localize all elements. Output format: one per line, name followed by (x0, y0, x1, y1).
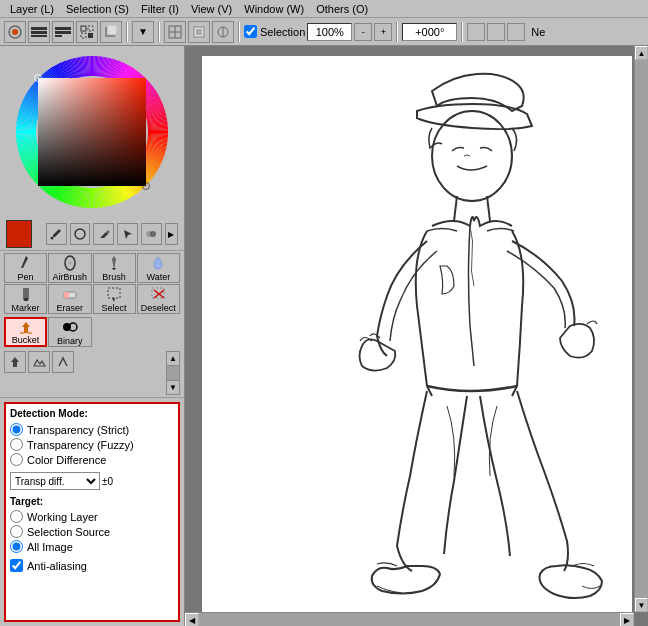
transp-pm: ±0 (102, 476, 113, 487)
detection-option-3[interactable]: Color Difference (10, 453, 174, 466)
view-btn-3[interactable] (212, 21, 234, 43)
toolbar: ▼ Selection - + Ne (0, 18, 648, 46)
tool-select[interactable]: Select (93, 284, 136, 314)
svg-rect-3 (31, 31, 47, 34)
toolbar-right-btn-2[interactable] (487, 23, 505, 41)
vertical-scrollbar[interactable]: ▲ ▼ (634, 46, 648, 612)
svg-rect-18 (196, 29, 202, 35)
anti-aliasing-option[interactable]: Anti-aliasing (10, 559, 174, 572)
svg-rect-7 (55, 35, 62, 37)
tool-deselect[interactable]: Deselect (137, 284, 180, 314)
scroll-up-btn[interactable]: ▲ (167, 352, 179, 366)
tool-binary[interactable]: Binary (48, 317, 91, 347)
zoom-input[interactable] (307, 23, 352, 41)
horizontal-scrollbar[interactable]: ◀ ▶ (185, 612, 634, 626)
menu-others[interactable]: Others (O) (310, 2, 374, 16)
toolbar-extra-label: Ne (527, 26, 545, 38)
offset-input[interactable] (402, 23, 457, 41)
tool-eraser[interactable]: Eraser (48, 284, 91, 314)
toolbar-dropdown[interactable]: ▼ (132, 21, 154, 43)
scroll-down-canvas[interactable]: ▼ (635, 598, 648, 612)
detection-radio-1[interactable] (10, 423, 23, 436)
detection-radio-2[interactable] (10, 438, 23, 451)
sub-tool-2[interactable] (28, 351, 50, 373)
layer-mode-btn-3[interactable] (52, 21, 74, 43)
svg-point-28 (66, 259, 68, 261)
tool-marker[interactable]: Marker (4, 284, 47, 314)
target-radio-2[interactable] (10, 525, 23, 538)
svg-point-27 (68, 261, 72, 265)
color-handle-tl[interactable] (34, 74, 42, 82)
color-swatch[interactable] (6, 220, 32, 248)
anti-aliasing-checkbox[interactable] (10, 559, 23, 572)
menu-view[interactable]: View (V) (185, 2, 238, 16)
target-option-selection-source[interactable]: Selection Source (10, 525, 174, 538)
color-wheel-area (0, 46, 184, 218)
color-handle-br[interactable] (142, 182, 150, 190)
scroll-track (167, 366, 179, 380)
selection-checkbox-group: Selection (244, 25, 305, 38)
tool-pen[interactable]: Pen (4, 253, 47, 283)
target-option-working-layer[interactable]: Working Layer (10, 510, 174, 523)
zoom-in-btn[interactable]: + (374, 23, 392, 41)
detection-option-1[interactable]: Transparency (Strict) (10, 423, 174, 436)
toolbar-right-btn-1[interactable] (467, 23, 485, 41)
h-scroll-track (199, 613, 620, 626)
select-small-btn[interactable] (117, 223, 138, 245)
tool-brush[interactable]: Brush (93, 253, 136, 283)
menu-window[interactable]: Window (W) (238, 2, 310, 16)
tool-scrollbar[interactable]: ▲ ▼ (166, 351, 180, 395)
toolbar-sep-5 (461, 22, 463, 42)
sub-tool-1[interactable] (4, 351, 26, 373)
scroll-down-btn[interactable]: ▼ (167, 380, 179, 394)
main-layout: ▶ Pen AirBrush Brush Water Marker (0, 46, 648, 626)
eye-dropper-btn[interactable] (46, 223, 67, 245)
menu-layer[interactable]: Layer (L) (4, 2, 60, 16)
character-drawing (202, 56, 632, 626)
color-wheel-container[interactable] (12, 52, 172, 212)
menu-selection[interactable]: Selection (S) (60, 2, 135, 16)
scroll-right-canvas[interactable]: ▶ (620, 613, 634, 626)
drawing-canvas[interactable] (202, 56, 632, 626)
svg-rect-5 (55, 27, 71, 30)
tool-bucket[interactable]: Bucket (4, 317, 47, 347)
target-radio-3[interactable] (10, 540, 23, 553)
transp-select[interactable]: Transp diff. (10, 472, 100, 490)
svg-point-25 (150, 231, 156, 237)
target-options: Working Layer Selection Source All Image (10, 510, 174, 553)
view-btn-2[interactable] (188, 21, 210, 43)
sub-tool-3[interactable] (52, 351, 74, 373)
color-circle-btn[interactable] (70, 223, 91, 245)
scroll-up-canvas[interactable]: ▲ (635, 46, 648, 60)
scroll-left-canvas[interactable]: ◀ (185, 613, 199, 626)
detection-radio-3[interactable] (10, 453, 23, 466)
tool-airbrush[interactable]: AirBrush (48, 253, 91, 283)
svg-rect-4 (31, 35, 47, 37)
svg-rect-10 (81, 33, 86, 38)
color-square[interactable] (38, 78, 146, 186)
view-btn-1[interactable] (164, 21, 186, 43)
menu-filter[interactable]: Filter (I) (135, 2, 185, 16)
svg-point-22 (51, 237, 54, 240)
layer-mode-btn-1[interactable] (4, 21, 26, 43)
svg-rect-6 (55, 31, 71, 34)
target-option-all-image[interactable]: All Image (10, 540, 174, 553)
toolbar-sep-2 (158, 22, 160, 42)
sub-tool-row: ▲ ▼ (0, 349, 184, 398)
zoom-out-btn[interactable]: - (354, 23, 372, 41)
pencil-small-btn[interactable] (93, 223, 114, 245)
bucket-row: Bucket Binary (0, 316, 184, 349)
panel-expand-btn[interactable]: ▶ (165, 223, 178, 245)
svg-rect-9 (88, 26, 93, 31)
detection-option-2[interactable]: Transparency (Fuzzy) (10, 438, 174, 451)
tool-water[interactable]: Water (137, 253, 180, 283)
layer-mode-btn-4[interactable] (76, 21, 98, 43)
blur-btn[interactable] (141, 223, 162, 245)
svg-rect-11 (88, 33, 93, 38)
toolbar-sep-3 (238, 22, 240, 42)
toolbar-right-btn-3[interactable] (507, 23, 525, 41)
target-radio-1[interactable] (10, 510, 23, 523)
selection-checkbox[interactable] (244, 25, 257, 38)
layer-mode-btn-2[interactable] (28, 21, 50, 43)
layer-mode-btn-5[interactable] (100, 21, 122, 43)
